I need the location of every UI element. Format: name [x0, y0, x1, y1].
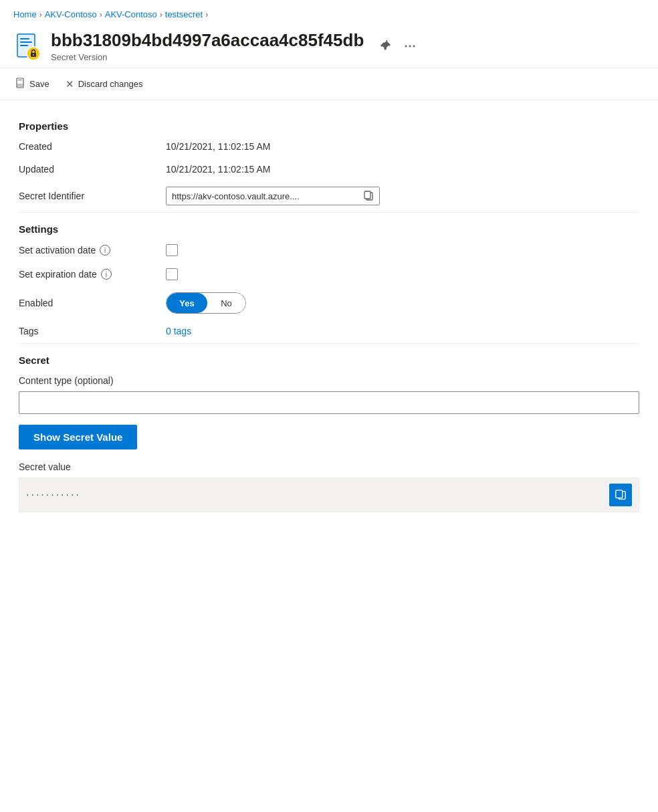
page-title: bbb31809b4bd4997a6accaa4c85f45db: [51, 30, 364, 51]
page-subtitle: Secret Version: [51, 52, 364, 62]
discard-button[interactable]: ✕ Discard changes: [64, 76, 144, 93]
settings-grid: Set activation date i Set expiration dat…: [19, 244, 639, 336]
pin-button[interactable]: [377, 37, 395, 55]
show-secret-value-button[interactable]: Show Secret Value: [19, 425, 137, 449]
expiration-checkbox[interactable]: [166, 268, 178, 280]
more-button[interactable]: [401, 37, 419, 55]
save-button[interactable]: Save: [13, 75, 51, 93]
svg-rect-17: [616, 490, 623, 498]
svg-point-9: [409, 45, 411, 47]
svg-rect-3: [20, 41, 32, 43]
copy-blue-icon: [615, 489, 627, 501]
secret-id-text: https://akv-contoso.vault.azure....: [172, 191, 358, 201]
svg-point-7: [33, 54, 34, 56]
secret-version-icon: [13, 31, 43, 61]
header-actions: [377, 37, 419, 55]
discard-label: Discard changes: [78, 79, 143, 89]
svg-rect-13: [17, 84, 23, 87]
created-value: 10/21/2021, 11:02:15 AM: [166, 141, 639, 152]
expiration-checkbox-container: [166, 268, 639, 280]
breadcrumb-sep-1: ›: [39, 10, 42, 19]
enabled-label: Enabled: [19, 292, 166, 314]
copy-icon: [363, 191, 374, 201]
tags-value: 0 tags: [166, 326, 639, 336]
activation-checkbox-container: [166, 244, 639, 256]
secret-divider: [19, 343, 639, 344]
svg-rect-4: [20, 45, 28, 46]
settings-divider: [19, 212, 639, 213]
secret-section-title: Secret: [19, 354, 639, 366]
activation-checkbox[interactable]: [166, 244, 178, 256]
svg-rect-2: [20, 38, 29, 39]
svg-point-10: [413, 45, 415, 47]
toolbar: Save ✕ Discard changes: [0, 68, 658, 100]
content-type-label: Content type (optional): [19, 375, 639, 386]
toggle-yes-button[interactable]: Yes: [167, 293, 207, 313]
updated-label: Updated: [19, 164, 166, 175]
save-label: Save: [29, 79, 49, 89]
properties-grid: Created 10/21/2021, 11:02:15 AM Updated …: [19, 141, 639, 205]
secret-dots: ···········: [26, 489, 604, 501]
activation-label: Set activation date i: [19, 244, 166, 256]
breadcrumb-sep-3: ›: [160, 10, 162, 19]
svg-rect-15: [364, 191, 370, 199]
secret-value-label: Secret value: [19, 462, 639, 472]
breadcrumb-home[interactable]: Home: [13, 9, 37, 19]
breadcrumb-akv2[interactable]: AKV-Contoso: [105, 9, 157, 19]
tags-link[interactable]: 0 tags: [166, 326, 191, 336]
breadcrumb-sep-4: ›: [205, 10, 208, 19]
tags-label: Tags: [19, 326, 166, 336]
toggle-no-button[interactable]: No: [207, 293, 245, 313]
copy-secret-value-button[interactable]: [609, 484, 632, 506]
main-content: Properties Created 10/21/2021, 11:02:15 …: [0, 100, 658, 526]
breadcrumb-akv1[interactable]: AKV-Contoso: [45, 9, 97, 19]
secret-id-label: Secret Identifier: [19, 187, 166, 205]
breadcrumb-sep-2: ›: [100, 10, 102, 19]
breadcrumb-testsecret[interactable]: testsecret: [165, 9, 203, 19]
copy-secret-id-button[interactable]: [363, 191, 374, 201]
content-type-input[interactable]: [19, 391, 639, 414]
created-label: Created: [19, 141, 166, 152]
expiration-info-icon[interactable]: i: [101, 269, 112, 280]
svg-point-8: [405, 45, 407, 47]
activation-info-icon[interactable]: i: [100, 245, 110, 256]
properties-section-title: Properties: [19, 120, 639, 132]
enabled-toggle[interactable]: Yes No: [166, 292, 246, 314]
ellipsis-icon: [404, 40, 416, 52]
secret-id-value: https://akv-contoso.vault.azure....: [166, 187, 639, 205]
settings-section-title: Settings: [19, 223, 639, 235]
svg-rect-12: [18, 78, 22, 81]
pin-icon: [380, 40, 392, 52]
secret-value-box: ···········: [19, 478, 639, 512]
enabled-toggle-container: Yes No: [166, 292, 639, 314]
updated-value: 10/21/2021, 11:02:15 AM: [166, 164, 639, 175]
secret-id-box: https://akv-contoso.vault.azure....: [166, 187, 380, 205]
discard-icon: ✕: [66, 78, 74, 90]
breadcrumb: Home › AKV-Contoso › AKV-Contoso › tests…: [0, 0, 658, 26]
expiration-label: Set expiration date i: [19, 268, 166, 280]
save-icon: [15, 78, 25, 90]
page-header: bbb31809b4bd4997a6accaa4c85f45db Secret …: [0, 26, 658, 65]
